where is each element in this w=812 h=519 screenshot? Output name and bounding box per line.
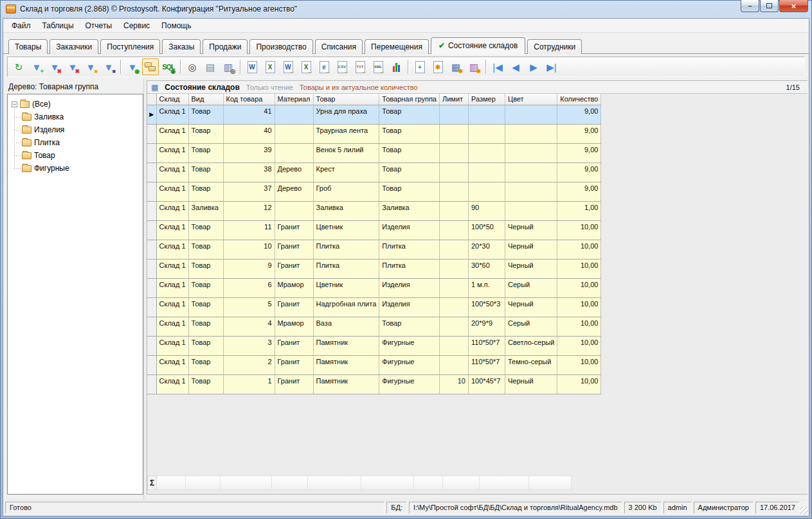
cell[interactable]: Товар (379, 143, 440, 163)
cell[interactable]: 9,00 (557, 143, 601, 163)
cell[interactable]: Памятник (313, 336, 379, 355)
cell[interactable]: 1,00 (557, 201, 601, 220)
cell[interactable]: 10,00 (557, 220, 601, 240)
cell[interactable]: Товар (188, 355, 223, 374)
filter-delete-all-button[interactable]: ▼✖ (64, 58, 81, 75)
menu-item[interactable]: Сервис (118, 19, 156, 32)
cell[interactable] (440, 182, 469, 201)
cell[interactable]: 90 (469, 201, 505, 220)
table-row[interactable]: Склад 1Товар40Траурная лентаТовар9,00 (147, 124, 601, 143)
export-xml-button[interactable]: XML→ (370, 58, 386, 75)
cell[interactable]: Склад 1 (156, 163, 188, 182)
column-header[interactable]: Цвет (505, 94, 557, 105)
cell[interactable]: Заливка (379, 201, 440, 220)
cell[interactable]: Гроб (313, 182, 379, 201)
cell[interactable]: Товар (379, 163, 440, 182)
cell[interactable] (469, 143, 505, 163)
cell[interactable]: 2 (223, 355, 275, 374)
cell[interactable]: Склад 1 (156, 374, 188, 394)
cell[interactable]: 40 (223, 124, 275, 143)
cell[interactable]: Памятник (313, 374, 379, 394)
cell[interactable]: 30*60 (469, 259, 505, 278)
cell[interactable]: Траурная лента (313, 124, 379, 143)
cell[interactable] (440, 259, 469, 278)
cell[interactable]: Фигурные (379, 336, 440, 355)
column-header[interactable]: Вид (188, 94, 223, 105)
table-row[interactable]: Склад 1Товар9ГранитПлиткаПлитка30*60Черн… (147, 259, 601, 278)
table-row[interactable]: Склад 1Товар4МраморВазаТовар20*9*9Серый1… (147, 317, 601, 336)
cell[interactable]: Склад 1 (156, 317, 188, 336)
cell[interactable]: 100*45*7 (469, 374, 505, 394)
cell[interactable]: 1 (223, 374, 275, 394)
tab-item[interactable]: Заказчики (50, 39, 98, 54)
nav-next-button[interactable]: ▶ (525, 58, 542, 75)
cell[interactable]: 10,00 (557, 355, 601, 374)
column-header[interactable]: Материал (275, 94, 313, 105)
cell[interactable]: Памятник (313, 355, 379, 374)
menu-item[interactable]: Помощь (156, 19, 197, 32)
tree-item[interactable]: Товар (9, 149, 141, 162)
cell[interactable]: 10,00 (557, 336, 601, 355)
sql-view-button[interactable]: SQL◉ (160, 58, 177, 75)
table-row[interactable]: Склад 1Заливка12ЗаливкаЗаливка901,00 (147, 201, 601, 220)
cell[interactable]: Гранит (275, 259, 313, 278)
tab-item[interactable]: Заказы (162, 39, 201, 54)
cell[interactable]: Мрамор (275, 317, 313, 336)
cell[interactable]: Изделия (379, 297, 440, 317)
cell[interactable]: Склад 1 (156, 182, 188, 201)
print-button[interactable]: ▤ (202, 58, 219, 75)
export-word-button[interactable]: W→ (280, 58, 296, 75)
cell[interactable]: Склад 1 (156, 124, 188, 143)
cell[interactable]: 100*50 (469, 220, 505, 240)
tab-item[interactable]: Списания (315, 39, 363, 54)
cell[interactable]: 5 (223, 297, 275, 317)
cell[interactable]: Склад 1 (156, 220, 188, 240)
form-properties-button[interactable]: ▥✱ (465, 58, 482, 75)
cell[interactable]: Товар (188, 124, 223, 143)
cell[interactable]: Фигурные (379, 355, 440, 374)
print-preview-button[interactable]: ▥◎ (220, 58, 237, 75)
cell[interactable]: Изделия (379, 220, 440, 240)
tab-item[interactable]: Продажи (203, 39, 248, 54)
column-header[interactable]: Код товара (223, 94, 275, 105)
cell[interactable]: Товар (379, 124, 440, 143)
cell[interactable]: Черный (505, 259, 557, 278)
collapse-icon[interactable]: − (12, 101, 17, 107)
cell[interactable] (469, 182, 505, 201)
cell[interactable]: 10,00 (557, 259, 601, 278)
tab-active[interactable]: ✔Состояние складов (431, 37, 525, 54)
table-row[interactable]: Склад 1Товар11ГранитЦветникИзделия100*50… (147, 220, 601, 240)
cell[interactable]: Ваза (313, 317, 379, 336)
chart-button[interactable] (388, 58, 404, 75)
cell[interactable]: Склад 1 (156, 143, 188, 163)
cell[interactable] (275, 124, 313, 143)
cell[interactable]: 9,00 (557, 124, 601, 143)
cell[interactable]: 4 (223, 317, 275, 336)
nav-prev-button[interactable]: ◀ (507, 58, 524, 75)
cell[interactable]: Серый (505, 278, 557, 297)
cell[interactable]: Склад 1 (156, 297, 188, 317)
table-row[interactable]: ▶Склад 1Товар41Урна для прахаТовар9,00 (147, 105, 601, 124)
column-header[interactable]: Размер (469, 94, 505, 105)
cell[interactable]: 110*50*7 (469, 336, 505, 355)
cell[interactable] (440, 336, 469, 355)
cell[interactable]: Товар (188, 297, 223, 317)
cell[interactable] (505, 124, 557, 143)
table-properties-button[interactable]: ▦✱ (447, 58, 464, 75)
cell[interactable]: Товар (188, 374, 223, 394)
cell[interactable]: Товар (188, 240, 223, 259)
cell[interactable] (505, 143, 557, 163)
cell[interactable]: Черный (505, 220, 557, 240)
table-row[interactable]: Склад 1Товар3ГранитПамятникФигурные110*5… (147, 336, 601, 355)
cell[interactable]: 1 м.п. (469, 278, 505, 297)
cell[interactable]: 9,00 (557, 182, 601, 201)
cell[interactable] (469, 105, 505, 124)
cell[interactable]: Склад 1 (156, 201, 188, 220)
cell[interactable] (440, 355, 469, 374)
cell[interactable]: Склад 1 (156, 105, 188, 124)
cell[interactable]: Цветник (313, 278, 379, 297)
cell[interactable] (440, 124, 469, 143)
menu-item[interactable]: Таблицы (37, 19, 80, 32)
cell[interactable]: Плитка (379, 259, 440, 278)
tab-item[interactable]: Сотрудники (527, 39, 582, 54)
